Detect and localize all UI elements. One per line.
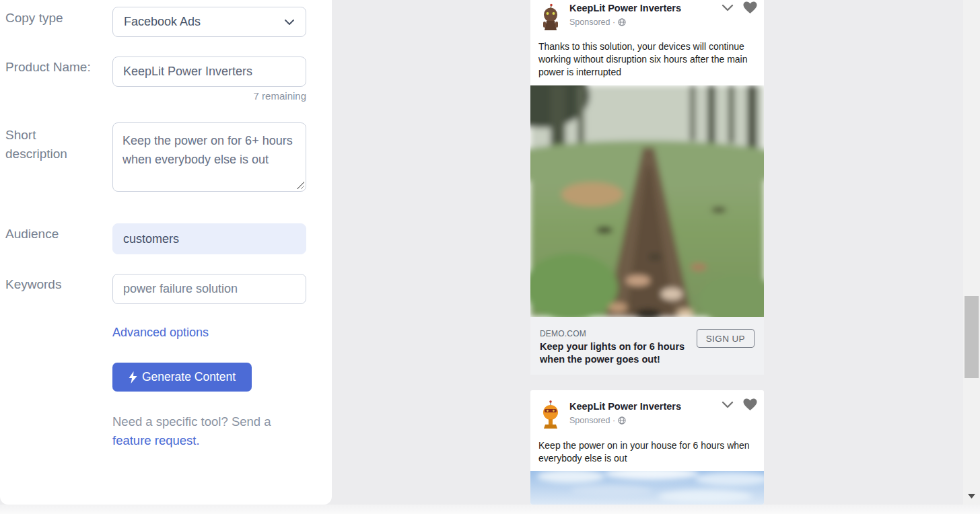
ad-primary-text: Thanks to this solution, your devices wi… [538,40,756,79]
feature-request-note: Need a specific tool? Send a feature req… [112,412,287,450]
globe-icon [618,18,626,26]
ad-primary-text: Keep the power on in your house for 6 ho… [538,439,756,465]
page-name[interactable]: KeepLit Power Inverters [569,3,681,13]
sponsored-label: Sponsored · [569,17,615,27]
form-panel: Copy type Facebook Ads Product Name: 7 r… [0,0,332,505]
lightning-bolt-icon [129,371,137,383]
bottom-scroll-strip [0,505,980,514]
advanced-options-link[interactable]: Advanced options [112,326,209,340]
feature-request-link[interactable]: feature request. [112,433,200,447]
ad-link-footer: DEMO.COM Keep your lights on for 6 hours… [530,317,764,375]
favorite-heart-icon[interactable] [743,1,757,14]
keywords-label: Keywords [5,275,93,294]
collapse-chevron-icon[interactable] [722,4,734,11]
copy-type-label: Copy type [5,9,93,28]
audience-input[interactable] [112,223,306,254]
sponsored-label: Sponsored · [569,416,615,425]
remaining-counter: 7 remaining [112,90,306,102]
short-description-textarea[interactable]: Keep the power on for 6+ hours when ever… [112,122,306,192]
sign-up-button[interactable]: SIGN UP [697,329,755,348]
keywords-input[interactable] [112,274,306,304]
scrollbar-down-arrow[interactable] [963,487,980,505]
collapse-chevron-icon[interactable] [722,401,734,408]
facebook-ad-preview-2: KeepLit Power Inverters Sponsored · Keep… [530,390,764,505]
page-avatar [541,3,560,32]
page-avatar [541,400,560,429]
facebook-ad-preview-1: KeepLit Power Inverters Sponsored · Than… [530,0,764,375]
product-name-label: Product Name: [5,58,93,77]
vertical-scrollbar-thumb[interactable] [965,296,979,378]
sponsored-line: Sponsored · [569,17,626,27]
chevron-down-icon [284,15,295,29]
vertical-scrollbar-track[interactable] [963,0,980,505]
sponsored-line: Sponsored · [569,416,626,425]
ad-domain: DEMO.COM [540,329,586,338]
copy-type-value: Facebook Ads [124,15,201,29]
ad-image-forest-path [530,85,764,317]
generate-content-button[interactable]: Generate Content [112,363,252,392]
ad-headline: Keep your lights on for 6 hours when the… [540,340,701,366]
generate-content-label: Generate Content [142,370,236,384]
ad-image-sky [530,471,764,505]
audience-label: Audience [5,225,93,244]
feature-request-text: Need a specific tool? Send a [112,414,271,429]
page-name[interactable]: KeepLit Power Inverters [569,401,681,412]
product-name-input[interactable] [112,57,306,87]
short-description-label: Short description [5,126,93,163]
favorite-heart-icon[interactable] [743,398,757,411]
copy-type-select[interactable]: Facebook Ads [112,7,306,37]
globe-icon [618,416,626,425]
